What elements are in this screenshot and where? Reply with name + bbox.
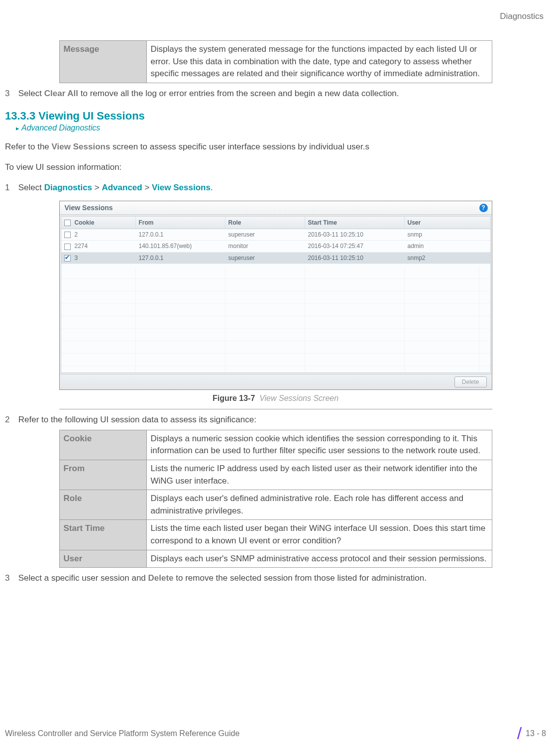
field-label: Message	[59, 41, 146, 83]
step-1-nav: 1 Select Diagnostics > Advanced > View S…	[5, 182, 531, 194]
breadcrumb: ▸Advanced Diagnostics	[16, 124, 546, 132]
step-number: 3	[5, 88, 16, 100]
table-row[interactable]: 2274 140.101.85.67(web) monitor 2016-03-…	[61, 241, 490, 252]
field-desc: Displays each user's defined administrat…	[146, 490, 492, 520]
page-header-section: Diagnostics	[5, 11, 546, 21]
window-titlebar: View Sessions ?	[60, 201, 492, 215]
field-label: From	[59, 460, 146, 490]
session-fields-table: CookieDisplays a numeric session cookie …	[59, 430, 492, 568]
grid-empty-area	[61, 266, 490, 373]
clear-all-label: Clear All	[44, 89, 78, 98]
sessions-grid: Cookie From Role Start Time User 2 127.0…	[61, 216, 491, 373]
chevron-right-icon: ▸	[16, 125, 19, 132]
step-number: 3	[5, 573, 16, 584]
step-2: 2 Refer to the following UI session data…	[5, 414, 531, 426]
field-label: Role	[59, 490, 146, 520]
field-label: Cookie	[59, 430, 146, 460]
field-desc: Lists the numeric IP address used by eac…	[146, 460, 492, 490]
step-number: 2	[5, 414, 16, 426]
message-desc-table: Message Displays the system generated me…	[59, 40, 492, 83]
figure-caption: Figure 13-7 View Sessions Screen	[59, 394, 492, 403]
col-user[interactable]: User	[405, 217, 490, 229]
grid-footer: Delete	[60, 374, 492, 389]
intro-paragraph: Refer to the View Sessions screen to ass…	[5, 141, 531, 153]
step-number: 1	[5, 182, 16, 194]
window-title: View Sessions	[65, 204, 113, 212]
table-row[interactable]: 2 127.0.0.1 superuser 2016-03-11 10:25:1…	[61, 229, 490, 241]
help-icon[interactable]: ?	[479, 204, 488, 212]
field-label: Start Time	[59, 520, 146, 550]
table-row: Message Displays the system generated me…	[59, 41, 492, 83]
step-3-clear: 3 Select Clear All to remove all the log…	[5, 88, 531, 100]
lead-paragraph: To view UI session information:	[5, 162, 531, 173]
grid-header: Cookie From Role Start Time User	[61, 217, 490, 229]
delete-button[interactable]: Delete	[454, 377, 487, 387]
nav-advanced: Advanced	[102, 183, 142, 192]
delete-label: Delete	[148, 573, 174, 583]
section-heading: 13.3.3 Viewing UI Sessions	[5, 110, 546, 123]
screenshot-figure: View Sessions ? Cookie From Role Start T…	[59, 201, 492, 409]
table-row: UserDisplays each user's SNMP administra…	[59, 550, 492, 568]
footer-title: Wireless Controller and Service Platform…	[5, 729, 239, 738]
row-checkbox[interactable]	[64, 232, 71, 238]
nav-diagnostics: Diagnostics	[44, 183, 92, 192]
figure-rule	[59, 409, 492, 409]
step-3-delete: 3 Select a specific user session and Del…	[5, 573, 531, 584]
col-start-time[interactable]: Start Time	[305, 217, 405, 229]
field-desc: Displays each user's SNMP administrative…	[146, 550, 492, 568]
field-label: User	[59, 550, 146, 568]
view-sessions-window: View Sessions ? Cookie From Role Start T…	[59, 201, 492, 390]
view-sessions-label: View Sessions	[52, 142, 111, 151]
table-row: RoleDisplays each user's defined adminis…	[59, 490, 492, 520]
slash-icon: /	[517, 724, 522, 743]
page-number: / 13 - 8	[517, 724, 546, 743]
table-row: CookieDisplays a numeric session cookie …	[59, 430, 492, 460]
field-desc: Lists the time each listed user began th…	[146, 520, 492, 550]
page-footer: Wireless Controller and Service Platform…	[5, 724, 546, 743]
col-role[interactable]: Role	[225, 217, 305, 229]
table-row: Start TimeLists the time each listed use…	[59, 520, 492, 550]
row-checkbox[interactable]	[64, 255, 71, 261]
nav-view-sessions: View Sessions	[152, 183, 211, 192]
row-checkbox[interactable]	[64, 244, 71, 250]
table-row-selected[interactable]: 3 127.0.0.1 superuser 2016-03-11 10:25:1…	[61, 252, 490, 264]
table-row: FromLists the numeric IP address used by…	[59, 460, 492, 490]
col-from[interactable]: From	[136, 217, 225, 229]
checkbox-all[interactable]	[64, 220, 71, 226]
field-desc: Displays a numeric session cookie which …	[146, 430, 492, 460]
field-desc: Displays the system generated message fo…	[146, 41, 492, 83]
col-cookie[interactable]: Cookie	[61, 217, 136, 229]
